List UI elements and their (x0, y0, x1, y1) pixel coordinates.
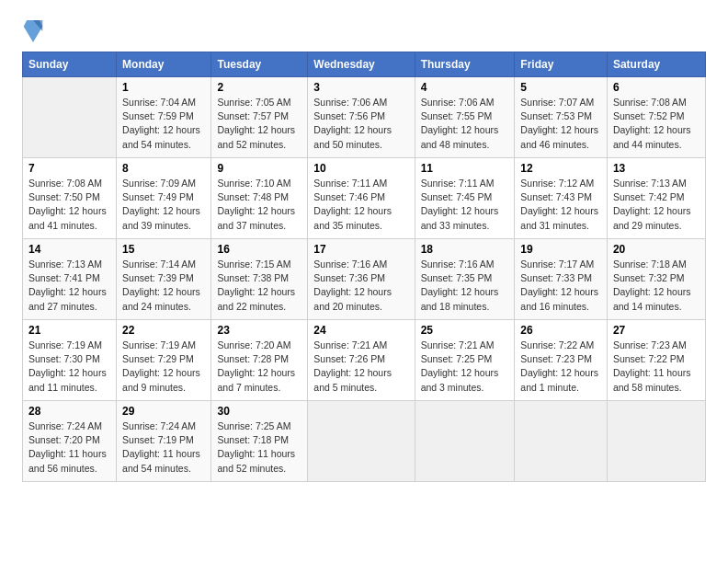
sunset-text: Sunset: 7:55 PM (421, 109, 509, 123)
sunset-text: Sunset: 7:22 PM (613, 352, 700, 366)
calendar-cell: 13 Sunrise: 7:13 AM Sunset: 7:42 PM Dayl… (607, 158, 705, 239)
calendar-cell: 2 Sunrise: 7:05 AM Sunset: 7:57 PM Dayli… (211, 77, 308, 158)
sunset-text: Sunset: 7:18 PM (217, 433, 301, 447)
cell-info: Sunrise: 7:08 AM Sunset: 7:50 PM Dayligh… (28, 177, 110, 233)
sunrise-text: Sunrise: 7:05 AM (217, 96, 301, 109)
sunrise-text: Sunrise: 7:08 AM (613, 96, 700, 109)
day-number: 21 (28, 324, 110, 337)
calendar-week-row: 21 Sunrise: 7:19 AM Sunset: 7:30 PM Dayl… (23, 320, 706, 401)
sunset-text: Sunset: 7:57 PM (217, 109, 301, 123)
sunset-text: Sunset: 7:48 PM (217, 190, 301, 204)
sunrise-text: Sunrise: 7:07 AM (520, 96, 601, 109)
calendar-cell (308, 401, 415, 482)
cell-info: Sunrise: 7:11 AM Sunset: 7:45 PM Dayligh… (421, 177, 509, 233)
day-number: 19 (520, 243, 601, 256)
sunrise-text: Sunrise: 7:09 AM (122, 177, 205, 190)
daylight-text: Daylight: 12 hours and 18 minutes. (421, 285, 509, 313)
calendar-header-tuesday: Tuesday (211, 52, 308, 77)
sunrise-text: Sunrise: 7:20 AM (217, 339, 301, 352)
sunset-text: Sunset: 7:23 PM (520, 352, 601, 366)
calendar-header-sunday: Sunday (23, 52, 117, 77)
daylight-text: Daylight: 11 hours and 52 minutes. (217, 447, 301, 475)
logo (22, 18, 48, 44)
sunrise-text: Sunrise: 7:22 AM (520, 339, 601, 352)
calendar-cell: 17 Sunrise: 7:16 AM Sunset: 7:36 PM Dayl… (308, 239, 415, 320)
calendar-cell: 25 Sunrise: 7:21 AM Sunset: 7:25 PM Dayl… (415, 320, 515, 401)
daylight-text: Daylight: 12 hours and 50 minutes. (313, 123, 408, 151)
calendar-cell: 6 Sunrise: 7:08 AM Sunset: 7:52 PM Dayli… (607, 77, 705, 158)
cell-info: Sunrise: 7:16 AM Sunset: 7:35 PM Dayligh… (421, 258, 509, 314)
cell-info: Sunrise: 7:10 AM Sunset: 7:48 PM Dayligh… (217, 177, 301, 233)
daylight-text: Daylight: 12 hours and 9 minutes. (122, 366, 205, 394)
sunset-text: Sunset: 7:32 PM (613, 271, 700, 285)
daylight-text: Daylight: 12 hours and 16 minutes. (520, 285, 601, 313)
calendar-cell: 4 Sunrise: 7:06 AM Sunset: 7:55 PM Dayli… (415, 77, 515, 158)
calendar-cell: 20 Sunrise: 7:18 AM Sunset: 7:32 PM Dayl… (607, 239, 705, 320)
calendar-cell: 15 Sunrise: 7:14 AM Sunset: 7:39 PM Dayl… (117, 239, 211, 320)
day-number: 18 (421, 243, 509, 256)
day-number: 11 (421, 162, 509, 175)
day-number: 5 (520, 81, 601, 94)
calendar-cell: 29 Sunrise: 7:24 AM Sunset: 7:19 PM Dayl… (117, 401, 211, 482)
calendar-header-friday: Friday (515, 52, 608, 77)
sunset-text: Sunset: 7:33 PM (520, 271, 601, 285)
calendar-cell: 12 Sunrise: 7:12 AM Sunset: 7:43 PM Dayl… (515, 158, 608, 239)
calendar-cell: 5 Sunrise: 7:07 AM Sunset: 7:53 PM Dayli… (515, 77, 608, 158)
calendar-cell (23, 77, 117, 158)
cell-info: Sunrise: 7:24 AM Sunset: 7:20 PM Dayligh… (28, 419, 110, 476)
cell-info: Sunrise: 7:05 AM Sunset: 7:57 PM Dayligh… (217, 96, 301, 152)
sunset-text: Sunset: 7:42 PM (613, 190, 700, 204)
cell-info: Sunrise: 7:07 AM Sunset: 7:53 PM Dayligh… (520, 96, 601, 152)
daylight-text: Daylight: 12 hours and 3 minutes. (421, 366, 509, 394)
sunrise-text: Sunrise: 7:18 AM (613, 258, 700, 271)
day-number: 20 (613, 243, 700, 256)
daylight-text: Daylight: 12 hours and 52 minutes. (217, 123, 301, 151)
sunset-text: Sunset: 7:41 PM (28, 271, 110, 285)
daylight-text: Daylight: 12 hours and 31 minutes. (520, 204, 601, 232)
sunrise-text: Sunrise: 7:24 AM (28, 419, 110, 433)
daylight-text: Daylight: 11 hours and 54 minutes. (122, 447, 205, 475)
day-number: 22 (122, 324, 205, 337)
cell-info: Sunrise: 7:20 AM Sunset: 7:28 PM Dayligh… (217, 339, 301, 395)
sunset-text: Sunset: 7:35 PM (421, 271, 509, 285)
day-number: 27 (613, 324, 700, 337)
daylight-text: Daylight: 12 hours and 54 minutes. (122, 123, 205, 151)
sunrise-text: Sunrise: 7:12 AM (520, 177, 601, 190)
day-number: 23 (217, 324, 301, 337)
sunset-text: Sunset: 7:52 PM (613, 109, 700, 123)
calendar-header-monday: Monday (117, 52, 211, 77)
day-number: 17 (313, 243, 408, 256)
daylight-text: Daylight: 12 hours and 14 minutes. (613, 285, 700, 313)
daylight-text: Daylight: 12 hours and 1 minute. (520, 366, 601, 394)
day-number: 13 (613, 162, 700, 175)
cell-info: Sunrise: 7:13 AM Sunset: 7:42 PM Dayligh… (613, 177, 700, 233)
calendar-cell: 30 Sunrise: 7:25 AM Sunset: 7:18 PM Dayl… (211, 401, 308, 482)
calendar-cell: 11 Sunrise: 7:11 AM Sunset: 7:45 PM Dayl… (415, 158, 515, 239)
sunset-text: Sunset: 7:28 PM (217, 352, 301, 366)
daylight-text: Daylight: 12 hours and 39 minutes. (122, 204, 205, 232)
day-number: 7 (28, 162, 110, 175)
sunrise-text: Sunrise: 7:17 AM (520, 258, 601, 271)
daylight-text: Daylight: 12 hours and 7 minutes. (217, 366, 301, 394)
sunrise-text: Sunrise: 7:10 AM (217, 177, 301, 190)
day-number: 24 (313, 324, 408, 337)
sunrise-text: Sunrise: 7:14 AM (122, 258, 205, 271)
sunset-text: Sunset: 7:29 PM (122, 352, 205, 366)
cell-info: Sunrise: 7:19 AM Sunset: 7:30 PM Dayligh… (28, 339, 110, 395)
sunset-text: Sunset: 7:49 PM (122, 190, 205, 204)
sunset-text: Sunset: 7:30 PM (28, 352, 110, 366)
cell-info: Sunrise: 7:17 AM Sunset: 7:33 PM Dayligh… (520, 258, 601, 314)
day-number: 26 (520, 324, 601, 337)
calendar-week-row: 28 Sunrise: 7:24 AM Sunset: 7:20 PM Dayl… (23, 401, 706, 482)
day-number: 15 (122, 243, 205, 256)
daylight-text: Daylight: 12 hours and 29 minutes. (613, 204, 700, 232)
calendar-cell: 22 Sunrise: 7:19 AM Sunset: 7:29 PM Dayl… (117, 320, 211, 401)
sunset-text: Sunset: 7:39 PM (122, 271, 205, 285)
cell-info: Sunrise: 7:15 AM Sunset: 7:38 PM Dayligh… (217, 258, 301, 314)
calendar-cell: 28 Sunrise: 7:24 AM Sunset: 7:20 PM Dayl… (23, 401, 117, 482)
day-number: 9 (217, 162, 301, 175)
sunset-text: Sunset: 7:19 PM (122, 433, 205, 447)
sunset-text: Sunset: 7:50 PM (28, 190, 110, 204)
sunrise-text: Sunrise: 7:06 AM (313, 96, 408, 109)
day-number: 29 (122, 405, 205, 418)
